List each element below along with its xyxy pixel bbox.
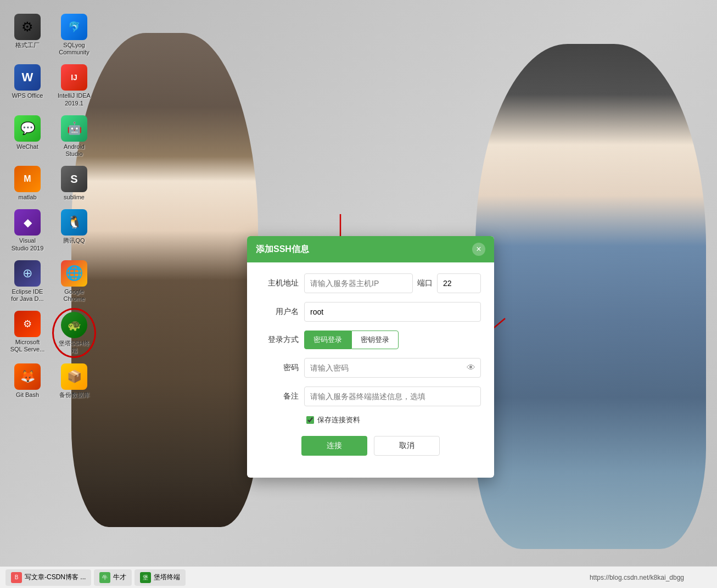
- wechat-icon: 💬: [14, 115, 41, 142]
- remark-input[interactable]: [304, 387, 481, 406]
- icon-row-5: ⊕ Eclipse IDEfor Java D... 🌐 Google Chro…: [5, 257, 104, 305]
- taskbar-terminal[interactable]: 堡 堡塔终端: [135, 569, 186, 586]
- password-row: 密码 👁: [260, 358, 481, 378]
- intellij-label: IntelliJ IDEA2019.1: [58, 92, 91, 107]
- desktop-icon-matlab[interactable]: M matlab: [5, 163, 49, 204]
- login-method-label: 登录方式: [260, 335, 299, 345]
- backup-icon: 📦: [61, 363, 87, 390]
- host-port-group: 端口: [304, 273, 481, 293]
- password-label: 密码: [260, 363, 299, 373]
- gitbash-label: Git Bash: [16, 391, 39, 399]
- chrome-label: Google Chrome: [55, 288, 93, 303]
- wps-icon: W: [14, 64, 41, 91]
- mssql-icon: ⚙: [14, 311, 41, 337]
- gitbash-icon: 🦊: [14, 363, 41, 390]
- cancel-button[interactable]: 取消: [374, 436, 440, 456]
- username-input[interactable]: [304, 302, 481, 322]
- taskbar-blog-label: 写文章-CSDN博客 ...: [25, 573, 86, 582]
- blog-icon: B: [11, 572, 22, 583]
- save-connection-checkbox[interactable]: [306, 416, 314, 424]
- desktop-icons-area: ⚙ 格式工厂 🐬 SQLyogCommunity W WPS Office IJ…: [0, 5, 110, 566]
- icon-row-7: 🦊 Git Bash 📦 备份数据库: [5, 361, 104, 401]
- host-row: 主机地址 端口: [260, 273, 481, 293]
- desktop-icon-mssql[interactable]: ⚙ MicrosoftSQL Serve...: [5, 308, 49, 358]
- icon-row-3: M matlab S sublime: [5, 163, 104, 204]
- ssh-label: 堡塔SSH终端: [56, 340, 92, 354]
- icon-row-2: 💬 WeChat 🤖 AndroidStudio: [5, 113, 104, 160]
- wechat-label: WeChat: [16, 143, 38, 150]
- password-wrapper: 👁: [304, 358, 481, 378]
- matlab-icon: M: [14, 166, 41, 192]
- ssh-dialog: 添加SSH信息 × 主机地址 端口 用户名 登录方式: [247, 236, 494, 478]
- geshigongchang-icon: ⚙: [14, 14, 41, 40]
- host-input[interactable]: [304, 273, 413, 293]
- port-label: 端口: [417, 278, 433, 288]
- ssh-icon: 🐢: [61, 312, 87, 338]
- desktop-icon-ssh[interactable]: 🐢 堡塔SSH终端: [52, 308, 96, 358]
- dialog-footer: 连接 取消: [260, 436, 481, 467]
- desktop-icon-backup[interactable]: 📦 备份数据库: [52, 361, 96, 401]
- android-label: AndroidStudio: [64, 143, 85, 158]
- dialog-title: 添加SSH信息: [256, 244, 309, 255]
- android-icon: 🤖: [61, 115, 87, 142]
- login-method-row: 登录方式 密码登录 密钥登录: [260, 331, 481, 349]
- port-input[interactable]: [437, 273, 481, 293]
- visual-icon: ◆: [14, 209, 41, 236]
- terminal-icon: 堡: [140, 572, 151, 583]
- mssql-label: MicrosoftSQL Serve...: [10, 339, 45, 353]
- dialog-header: 添加SSH信息 ×: [247, 236, 494, 262]
- sqlyog-icon: 🐬: [61, 14, 87, 40]
- host-label: 主机地址: [260, 278, 299, 288]
- remark-label: 备注: [260, 391, 299, 401]
- eye-toggle-icon[interactable]: 👁: [467, 363, 475, 373]
- save-checkbox-row: 保存连接资料: [260, 415, 481, 425]
- desktop-icon-qq[interactable]: 🐧 腾讯QQ: [52, 206, 96, 254]
- username-row: 用户名: [260, 302, 481, 322]
- icon-row-0: ⚙ 格式工厂 🐬 SQLyogCommunity: [5, 11, 104, 59]
- desktop-icon-visual[interactable]: ◆ VisualStudio 2019: [5, 206, 49, 254]
- icon-row-4: ◆ VisualStudio 2019 🐧 腾讯QQ: [5, 206, 104, 254]
- save-connection-label: 保存连接资料: [317, 415, 360, 425]
- username-label: 用户名: [260, 307, 299, 317]
- taskbar-terminal-label: 堡塔终端: [154, 573, 180, 582]
- taskbar-niuui-label: 牛才: [113, 573, 126, 582]
- niuui-icon: 牛: [99, 572, 110, 583]
- intellij-icon: IJ: [61, 64, 87, 91]
- remark-row: 备注: [260, 387, 481, 406]
- backup-label: 备份数据库: [59, 391, 89, 399]
- eclipse-icon: ⊕: [14, 260, 41, 287]
- taskbar-url: https://blog.csdn.net/k8kai_dbgg: [590, 574, 684, 581]
- icon-row-6: ⚙ MicrosoftSQL Serve... 🐢 堡塔SSH终端: [5, 308, 104, 358]
- desktop-icon-geshigongchang[interactable]: ⚙ 格式工厂: [5, 11, 49, 59]
- desktop-icon-chrome[interactable]: 🌐 Google Chrome: [52, 257, 96, 305]
- desktop-icon-sqlyog[interactable]: 🐬 SQLyogCommunity: [52, 11, 96, 59]
- desktop-icon-gitbash[interactable]: 🦊 Git Bash: [5, 361, 49, 401]
- qq-icon: 🐧: [61, 209, 87, 236]
- wps-label: WPS Office: [12, 92, 43, 99]
- login-method-group: 密码登录 密钥登录: [304, 331, 399, 349]
- method-password-button[interactable]: 密码登录: [304, 331, 351, 349]
- character-male: [475, 44, 706, 549]
- dialog-close-button[interactable]: ×: [472, 243, 485, 256]
- desktop: ⚙ 格式工厂 🐬 SQLyogCommunity W WPS Office IJ…: [0, 0, 717, 588]
- sublime-label: sublime: [64, 194, 85, 201]
- sublime-icon: S: [61, 166, 87, 192]
- desktop-icon-eclipse[interactable]: ⊕ Eclipse IDEfor Java D...: [5, 257, 49, 305]
- connect-button[interactable]: 连接: [301, 436, 367, 456]
- geshigongchang-label: 格式工厂: [15, 42, 40, 49]
- qq-label: 腾讯QQ: [63, 237, 85, 244]
- taskbar-niuui[interactable]: 牛 牛才: [94, 569, 132, 586]
- password-input[interactable]: [304, 358, 481, 378]
- taskbar: B 写文章-CSDN博客 ... 牛 牛才 堡 堡塔终端 https://blo…: [0, 566, 717, 588]
- desktop-icon-android[interactable]: 🤖 AndroidStudio: [52, 113, 96, 160]
- desktop-icon-wechat[interactable]: 💬 WeChat: [5, 113, 49, 160]
- desktop-icon-sublime[interactable]: S sublime: [52, 163, 96, 204]
- matlab-label: matlab: [18, 194, 36, 201]
- desktop-icon-wps[interactable]: W WPS Office: [5, 61, 49, 109]
- desktop-icon-intellij[interactable]: IJ IntelliJ IDEA2019.1: [52, 61, 96, 109]
- method-key-button[interactable]: 密钥登录: [351, 331, 399, 349]
- taskbar-blog[interactable]: B 写文章-CSDN博客 ...: [5, 569, 91, 586]
- sqlyog-label: SQLyogCommunity: [59, 42, 89, 56]
- chrome-icon: 🌐: [61, 260, 87, 287]
- eclipse-label: Eclipse IDEfor Java D...: [11, 288, 43, 303]
